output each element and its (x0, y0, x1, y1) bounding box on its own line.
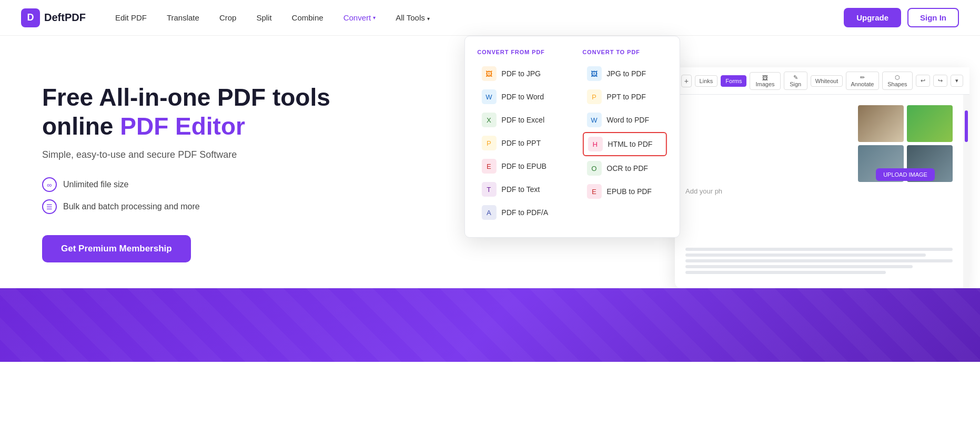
pdf-to-excel-icon: X (481, 113, 496, 127)
preview-image-1 (858, 105, 904, 142)
hero-section: Free All-in-one PDF tools online PDF Edi… (42, 67, 330, 262)
hero-title: Free All-in-one PDF tools online PDF Edi… (42, 83, 330, 141)
text-line-3 (685, 259, 953, 262)
toolbar-forms[interactable]: Forms (721, 75, 746, 87)
dropdown-html-to-pdf[interactable]: H HTML to PDF (582, 132, 666, 156)
nav-translate[interactable]: Translate (158, 9, 208, 26)
header-actions: Upgrade Sign In (844, 8, 959, 27)
upgrade-button[interactable]: Upgrade (844, 8, 901, 27)
feature-batch: ☰ Bulk and batch processing and more (42, 199, 330, 214)
toolbar-shapes[interactable]: ⬡ Shapes (882, 72, 913, 90)
preview-image-2 (907, 105, 953, 142)
nav-crop[interactable]: Crop (211, 9, 245, 26)
logo[interactable]: D DeftPDF (21, 8, 86, 27)
text-line-1 (685, 248, 953, 251)
text-line-5 (685, 271, 886, 274)
toolbar-redo[interactable]: ↪ (933, 75, 947, 87)
preview-toolbar: + Links Forms 🖼 Images ✎ Sign Whiteout ✏… (675, 67, 969, 95)
add-photo-label: Add your ph (685, 187, 953, 195)
to-pdf-title: CONVERT TO PDF (582, 49, 666, 55)
preview-card: + Links Forms 🖼 Images ✎ Sign Whiteout ✏… (675, 67, 969, 288)
nav-edit-pdf[interactable]: Edit PDF (107, 9, 155, 26)
pdf-to-pdfa-icon: A (481, 205, 496, 220)
dropdown-to-pdf-col: CONVERT TO PDF 🖼 JPG to PDF P PPT to PDF… (582, 49, 666, 225)
pdf-to-ppt-icon: P (481, 136, 496, 150)
header: D DeftPDF Edit PDF Translate Crop Split … (0, 0, 980, 36)
premium-button[interactable]: Get Premium Membership (42, 235, 191, 262)
nav-combine[interactable]: Combine (284, 9, 332, 26)
preview-content-area: UPLOAD IMAGE Add your ph Signatur (675, 95, 963, 288)
dropdown-pdf-to-epub[interactable]: E PDF to EPUB (477, 155, 561, 177)
ocr-to-pdf-icon: O (587, 161, 601, 176)
ppt-to-pdf-icon: P (587, 89, 601, 104)
text-line-2 (685, 254, 926, 257)
pdf-to-text-icon: T (481, 182, 496, 197)
add-button[interactable]: + (681, 75, 692, 87)
text-line-4 (685, 265, 913, 268)
batch-icon: ☰ (42, 199, 57, 214)
dropdown-ocr-to-pdf[interactable]: O OCR to PDF (582, 157, 666, 179)
nav-split[interactable]: Split (248, 9, 280, 26)
epub-to-pdf-icon: E (587, 184, 601, 199)
toolbar-whiteout[interactable]: Whiteout (811, 75, 843, 87)
logo-icon: D (21, 8, 40, 27)
logo-text: DeftPDF (44, 12, 86, 24)
preview-body: UPLOAD IMAGE Add your ph Signatur (675, 95, 969, 288)
toolbar-annotate[interactable]: ✏ Annotate (846, 72, 878, 90)
unlimited-icon: ∞ (42, 177, 57, 192)
hero-subtitle: Simple, easy-to-use and secure PDF Softw… (42, 149, 330, 160)
main-nav: Edit PDF Translate Crop Split Combine Co… (107, 9, 844, 26)
dropdown-ppt-to-pdf[interactable]: P PPT to PDF (582, 86, 666, 108)
all-tools-chevron-icon: ▾ (427, 16, 430, 22)
nav-all-tools[interactable]: All Tools ▾ (387, 9, 438, 26)
signin-button[interactable]: Sign In (907, 8, 959, 27)
from-pdf-title: CONVERT FROM PDF (477, 49, 561, 55)
preview-text-block (685, 248, 953, 274)
feature-unlimited: ∞ Unlimited file size (42, 177, 330, 192)
features-list: ∞ Unlimited file size ☰ Bulk and batch p… (42, 177, 330, 214)
nav-convert[interactable]: Convert ▾ (335, 9, 385, 26)
toolbar-undo[interactable]: ↩ (916, 75, 930, 87)
convert-dropdown: CONVERT FROM PDF 🖼 PDF to JPG W PDF to W… (464, 36, 680, 238)
dropdown-pdf-to-pdfa[interactable]: A PDF to PDF/A (477, 201, 561, 224)
html-to-pdf-icon: H (588, 137, 602, 151)
dropdown-pdf-to-text[interactable]: T PDF to Text (477, 178, 561, 200)
convert-chevron-icon: ▾ (373, 15, 376, 21)
pdf-to-epub-icon: E (481, 159, 496, 174)
jpg-to-pdf-icon: 🖼 (587, 66, 601, 81)
dropdown-pdf-to-jpg[interactable]: 🖼 PDF to JPG (477, 63, 561, 85)
dropdown-pdf-to-word[interactable]: W PDF to Word (477, 86, 561, 108)
pdf-to-word-icon: W (481, 89, 496, 104)
pdf-to-jpg-icon: 🖼 (481, 66, 496, 81)
preview-container: + Links Forms 🖼 Images ✎ Sign Whiteout ✏… (675, 67, 980, 309)
dropdown-pdf-to-excel[interactable]: X PDF to Excel (477, 109, 561, 131)
toolbar-more[interactable]: ▾ (951, 75, 963, 87)
dropdown-epub-to-pdf[interactable]: E EPUB to PDF (582, 180, 666, 202)
dropdown-pdf-to-ppt[interactable]: P PDF to PPT (477, 132, 561, 154)
word-to-pdf-icon: W (587, 113, 601, 127)
scrollbar-thumb (965, 110, 968, 142)
dropdown-word-to-pdf[interactable]: W Word to PDF (582, 109, 666, 131)
dropdown-from-pdf-col: CONVERT FROM PDF 🖼 PDF to JPG W PDF to W… (477, 49, 561, 225)
bottom-banner (0, 288, 980, 362)
toolbar-sign[interactable]: ✎ Sign (784, 72, 807, 90)
toolbar-links[interactable]: Links (695, 75, 718, 87)
preview-scrollbar[interactable] (963, 95, 969, 288)
toolbar-images[interactable]: 🖼 Images (750, 72, 780, 90)
dropdown-jpg-to-pdf[interactable]: 🖼 JPG to PDF (582, 63, 666, 85)
upload-image-button[interactable]: UPLOAD IMAGE (876, 168, 935, 181)
